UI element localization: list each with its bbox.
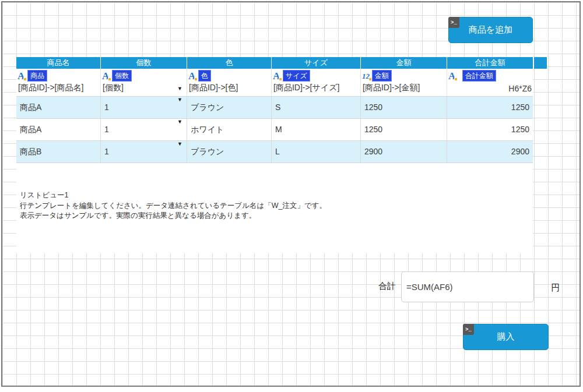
cell-色[interactable]: ブラウン [187,141,272,163]
template-cell-2[interactable]: A個数[個数]▼ [101,69,187,96]
text-field-icon: A [102,71,109,81]
table-row: 商品A1▼ブラウンS12501250 [16,96,533,118]
table-row: 商品B1▼ブラウンL29002900 [16,140,533,163]
cell-商品名[interactable]: 商品A [16,97,101,118]
purchase-button[interactable]: >_ 購入 [463,324,549,350]
command-icon: >_ [463,324,474,335]
column-header-4[interactable]: サイズ [272,57,361,69]
column-header-6[interactable]: 合計金額 [447,57,533,69]
cell-サイズ[interactable]: L [272,141,361,163]
column-header-3[interactable]: 色 [187,57,272,69]
table-header-stub [533,57,547,69]
total-unit-label: 円 [551,282,560,294]
text-field-icon: A [17,71,24,81]
cell-色[interactable]: ブラウン [187,97,272,118]
add-product-button[interactable]: >_ 商品を追加 [448,17,533,43]
total-formula-input[interactable]: =SUM(AF6) [401,271,534,302]
cell-合計金額[interactable]: 1250 [447,119,533,140]
row-template: A商品[商品ID]->[商品名]A個数[個数]▼A色[商品ID]->[色]Aサイ… [16,69,533,96]
cell-サイズ[interactable]: M [272,119,361,140]
field-badge-6[interactable]: 合計金額 [462,70,496,82]
cell-サイズ[interactable]: S [272,97,361,118]
cell-金額[interactable]: 1250 [361,119,447,140]
field-badge-2[interactable]: 個数 [112,70,132,82]
cell-色[interactable]: ホワイト [187,119,272,140]
field-icon-dot [194,77,198,81]
field-icon-dot [454,77,458,81]
cell-合計金額[interactable]: 2900 [447,141,533,163]
listview-note-line3: 表示データはサンプルです。実際の実行結果と異なる場合があります。 [20,211,527,221]
binding-text-6: H6*Z6 [449,84,532,93]
listview-control[interactable]: 商品名個数色サイズ金額合計金額 A商品[商品ID]->[商品名]A個数[個数]▼… [16,57,533,253]
design-canvas: >_ 商品を追加 商品名個数色サイズ金額合計金額 A商品[商品ID]->[商品名… [1,1,581,387]
cell-個数[interactable]: 1▼ [101,141,187,163]
template-cell-4[interactable]: Aサイズ[商品ID]->[サイズ] [272,69,361,96]
column-header-5[interactable]: 金額 [361,57,447,69]
dropdown-arrow-icon[interactable]: ▼ [177,141,182,155]
command-icon: >_ [448,17,459,28]
dropdown-arrow-icon[interactable]: ▼ [177,97,182,111]
table-row: 商品A1▼ホワイトM12501250 [16,118,533,140]
cell-商品名[interactable]: 商品B [16,141,101,163]
column-header-1[interactable]: 商品名 [16,57,101,69]
cell-金額[interactable]: 2900 [361,141,447,163]
template-cell-6[interactable]: A合計金額H6*Z6 [447,69,533,96]
listview-title: リストビュー1 [20,190,527,201]
dropdown-arrow-icon[interactable]: ▼ [177,119,182,133]
template-cell-1[interactable]: A商品[商品ID]->[商品名] [16,69,101,96]
cell-合計金額[interactable]: 1250 [447,97,533,118]
table-header-row: 商品名個数色サイズ金額合計金額 [16,57,533,69]
binding-text-4: [商品ID]->[サイズ] [273,83,359,93]
text-field-icon: A [188,71,195,81]
table-bottom-border [16,163,533,163]
field-icon-dot [108,77,111,81]
binding-text-2: [個数] [103,83,185,93]
text-field-icon: A [448,71,455,81]
cell-個数[interactable]: 1▼ [101,97,187,118]
binding-text-3: [商品ID]->[色] [189,83,270,93]
template-cell-5[interactable]: 12金額[商品ID]->[金額] [361,69,447,96]
template-cell-3[interactable]: A色[商品ID]->[色] [187,69,272,96]
add-product-button-label: 商品を追加 [469,24,512,36]
number-field-icon: 12 [362,71,370,81]
listview-note: リストビュー1 行テンプレートを編集してください。データ連結されているテーブル名… [20,190,527,221]
field-icon-dot [23,77,27,81]
field-badge-5[interactable]: 金額 [372,70,392,82]
cell-商品名[interactable]: 商品A [16,119,101,140]
binding-text-1: [商品ID]->[商品名] [18,83,99,93]
text-field-icon: A [273,71,280,81]
listview-note-line2: 行テンプレートを編集してください。データ連結されているテーブル名は「W_注文」で… [20,201,527,211]
field-badge-4[interactable]: サイズ [283,70,310,82]
cell-金額[interactable]: 1250 [361,97,447,118]
purchase-button-label: 購入 [497,331,515,342]
total-label: 合計 [378,281,396,292]
cell-個数[interactable]: 1▼ [101,119,187,140]
field-icon-dot [279,77,282,81]
binding-text-5: [商品ID]->[金額] [363,83,445,93]
field-badge-3[interactable]: 色 [198,70,211,82]
dropdown-arrow-icon[interactable]: ▼ [177,86,182,91]
field-badge-1[interactable]: 商品 [27,70,47,82]
table-body: 商品A1▼ブラウンS12501250商品A1▼ホワイトM12501250商品B1… [16,96,533,163]
column-header-2[interactable]: 個数 [101,57,187,69]
